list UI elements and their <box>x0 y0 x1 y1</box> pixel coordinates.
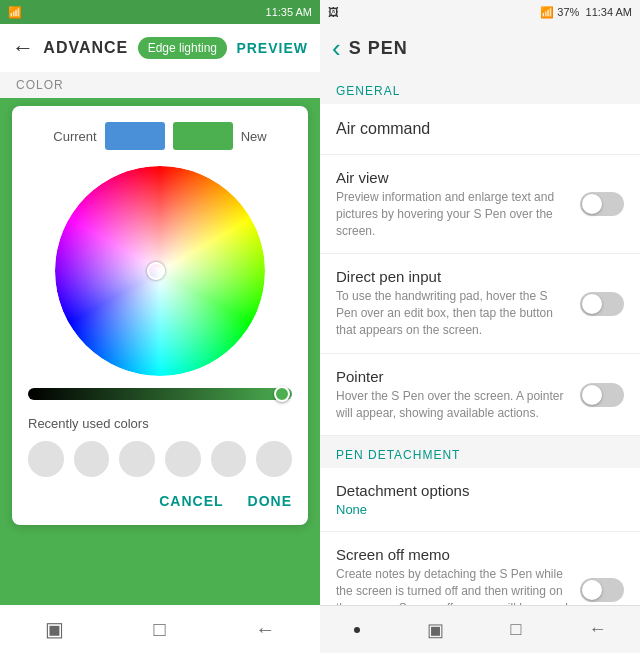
screen-off-memo-title: Screen off memo <box>336 546 568 563</box>
left-recent-icon[interactable]: ▣ <box>45 617 64 641</box>
left-back-nav-icon[interactable]: ← <box>255 618 275 641</box>
left-toolbar: ← ADVANCE Edge lighting PREVIEW <box>0 24 320 72</box>
left-nav-bar: ▣ □ ← <box>0 605 320 653</box>
detachment-options-title: Detachment options <box>336 482 612 499</box>
right-toolbar-title: S PEN <box>349 38 408 59</box>
color-preview-row: Current New <box>28 122 292 150</box>
color-picker-dialog: Current New Recently used colors <box>12 106 308 525</box>
pointer-desc: Hover the S Pen over the screen. A point… <box>336 388 568 422</box>
air-command-title: Air command <box>336 120 624 138</box>
edge-lighting-badge[interactable]: Edge lighting <box>138 37 227 59</box>
pointer-title: Pointer <box>336 368 568 385</box>
left-time: 11:35 AM <box>266 6 312 18</box>
air-view-title: Air view <box>336 169 568 186</box>
pointer-item[interactable]: Pointer Hover the S Pen over the screen.… <box>320 354 640 437</box>
left-home-icon[interactable]: □ <box>153 618 165 641</box>
left-toolbar-title: ADVANCE <box>43 39 128 57</box>
right-home-icon[interactable]: □ <box>511 619 522 640</box>
detachment-options-value: None <box>336 502 612 517</box>
new-label: New <box>241 129 267 144</box>
right-back-nav-icon[interactable]: ← <box>588 619 606 640</box>
dialog-actions: CANCEL DONE <box>28 493 292 509</box>
direct-pen-toggle-thumb <box>582 294 602 314</box>
right-toolbar: ‹ S PEN <box>320 24 640 72</box>
screen-off-memo-desc: Create notes by detaching the S Pen whil… <box>336 566 568 605</box>
right-nav-bar: ▣ □ ← <box>320 605 640 653</box>
recent-colors-row <box>28 441 292 477</box>
right-panel: 🖼 📶 37% 11:34 AM ‹ S PEN GENERAL Air com… <box>320 0 640 653</box>
preview-button[interactable]: PREVIEW <box>236 40 308 56</box>
right-content: GENERAL Air command Air view Preview inf… <box>320 72 640 605</box>
left-status-bar: 📶 11:35 AM <box>0 0 320 24</box>
done-button[interactable]: DONE <box>248 493 292 509</box>
current-label: Current <box>53 129 96 144</box>
direct-pen-input-desc: To use the handwriting pad, hover the S … <box>336 288 568 338</box>
general-section-header: GENERAL <box>320 72 640 104</box>
air-view-toggle[interactable] <box>580 192 624 216</box>
detachment-options-left: Detachment options None <box>336 482 624 517</box>
pointer-left: Pointer Hover the S Pen over the screen.… <box>336 368 580 422</box>
pointer-toggle-thumb <box>582 385 602 405</box>
screen-off-memo-item[interactable]: Screen off memo Create notes by detachin… <box>320 532 640 605</box>
recent-color-2[interactable] <box>74 441 110 477</box>
screen-off-memo-toggle[interactable] <box>580 578 624 602</box>
detachment-options-item[interactable]: Detachment options None <box>320 468 640 532</box>
recent-color-1[interactable] <box>28 441 64 477</box>
color-wheel-container[interactable] <box>28 166 292 376</box>
air-view-desc: Preview information and enlarge text and… <box>336 189 568 239</box>
pen-detachment-section-header: PEN DETACHMENT <box>320 436 640 468</box>
screen-off-memo-toggle-thumb <box>582 580 602 600</box>
brightness-slider-container[interactable] <box>28 388 292 400</box>
recent-color-3[interactable] <box>119 441 155 477</box>
recent-color-5[interactable] <box>211 441 247 477</box>
air-command-item[interactable]: Air command <box>320 104 640 155</box>
left-panel: 📶 11:35 AM ← ADVANCE Edge lighting PREVI… <box>0 0 320 653</box>
color-wheel-cursor <box>147 262 165 280</box>
pointer-toggle[interactable] <box>580 383 624 407</box>
left-signal-icon: 📶 <box>8 6 22 19</box>
current-color-swatch <box>105 122 165 150</box>
right-recent-icon[interactable]: ▣ <box>427 619 444 641</box>
recently-used-label: Recently used colors <box>28 416 292 431</box>
brightness-slider[interactable] <box>28 388 292 400</box>
color-section-label: COLOR <box>0 72 320 98</box>
right-nav-dot <box>354 627 360 633</box>
direct-pen-input-title: Direct pen input <box>336 268 568 285</box>
right-status-bar: 🖼 📶 37% 11:34 AM <box>320 0 640 24</box>
air-view-item[interactable]: Air view Preview information and enlarge… <box>320 155 640 254</box>
right-status-right: 📶 37% 11:34 AM <box>540 6 632 19</box>
right-back-icon[interactable]: ‹ <box>332 33 341 64</box>
brightness-thumb <box>274 386 290 402</box>
recent-color-6[interactable] <box>256 441 292 477</box>
recent-color-4[interactable] <box>165 441 201 477</box>
right-photo-icon: 🖼 <box>328 6 339 18</box>
direct-pen-input-item[interactable]: Direct pen input To use the handwriting … <box>320 254 640 353</box>
cancel-button[interactable]: CANCEL <box>159 493 223 509</box>
air-view-left: Air view Preview information and enlarge… <box>336 169 580 239</box>
new-color-swatch <box>173 122 233 150</box>
left-back-icon[interactable]: ← <box>12 35 34 61</box>
screen-off-memo-left: Screen off memo Create notes by detachin… <box>336 546 580 605</box>
direct-pen-input-left: Direct pen input To use the handwriting … <box>336 268 580 338</box>
air-view-toggle-thumb <box>582 194 602 214</box>
direct-pen-toggle[interactable] <box>580 292 624 316</box>
color-wheel[interactable] <box>55 166 265 376</box>
